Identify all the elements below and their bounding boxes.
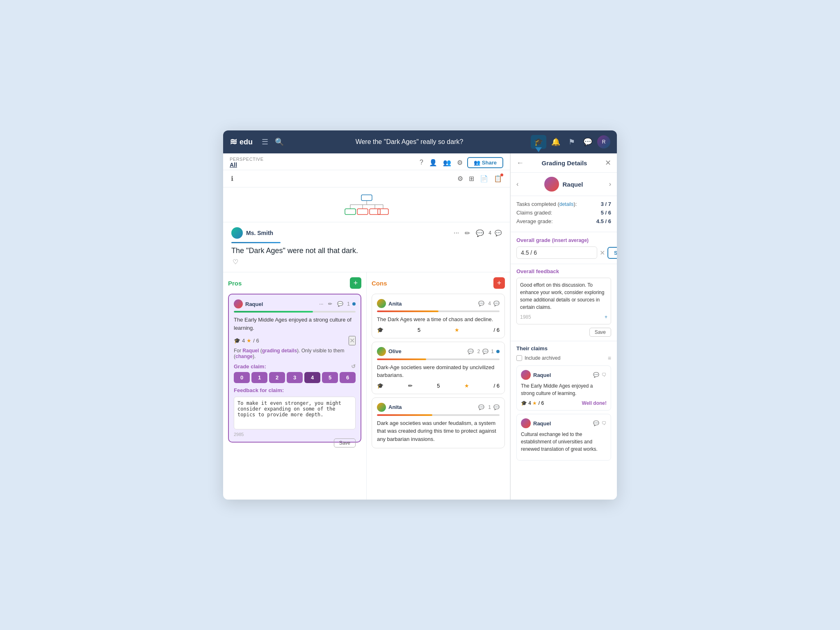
- add-con-button[interactable]: +: [493, 277, 505, 289]
- raquel-link[interactable]: Raquel: [242, 348, 259, 354]
- group-button[interactable]: 👥: [442, 158, 452, 168]
- search-button[interactable]: 🔍: [272, 135, 286, 149]
- archive-checkbox[interactable]: [516, 355, 522, 361]
- cons-header: Cons +: [372, 277, 505, 289]
- add-pro-button[interactable]: +: [350, 277, 361, 289]
- person-button[interactable]: 👤: [428, 158, 438, 168]
- feedback-save-btn[interactable]: Save: [334, 438, 356, 447]
- grade-0-btn[interactable]: 0: [234, 372, 250, 383]
- pencil-icon-olive: ✏: [408, 383, 413, 389]
- grade-claim-text: Grade claim:: [234, 363, 266, 370]
- anita-name-2: Anita: [388, 404, 402, 410]
- grade-close-btn[interactable]: ✕: [349, 336, 356, 345]
- grading-back-btn[interactable]: ←: [516, 159, 524, 167]
- info-button[interactable]: ℹ: [230, 173, 235, 184]
- anita-name-1: Anita: [388, 301, 402, 307]
- next-student-btn[interactable]: ›: [609, 180, 611, 188]
- ms-smith-avatar: [231, 227, 243, 239]
- grad-cap-button[interactable]: 🎓: [531, 135, 546, 149]
- olive-grade: 5: [437, 383, 440, 389]
- insert-average-link[interactable]: (insert average): [552, 237, 589, 243]
- claim-actions: ··· ✏ 💬 4 💬: [452, 228, 502, 238]
- heart-button[interactable]: ♡: [231, 257, 240, 267]
- grading-details-link[interactable]: grading details: [262, 348, 297, 354]
- con-card-author-olive: Olive: [377, 347, 402, 356]
- right-panel: ← Grading Details ✕ ‹ Raquel › Tasks com…: [510, 153, 617, 500]
- svg-rect-0: [361, 195, 372, 201]
- doc-button[interactable]: 📄: [479, 173, 489, 184]
- more-button[interactable]: ···: [452, 228, 460, 238]
- flag-button[interactable]: ⚑: [565, 135, 578, 149]
- share-button[interactable]: 👥 Share: [467, 157, 503, 168]
- filter-icon[interactable]: ≡: [608, 355, 611, 361]
- help-button[interactable]: ?: [418, 158, 425, 167]
- claims-graded-value: 5 / 6: [601, 210, 611, 216]
- change-link[interactable]: change: [235, 354, 253, 359]
- chat-icon-c2: 🗨: [602, 420, 607, 426]
- star-icon-con1: ★: [454, 327, 459, 333]
- feedback-panel-save-btn[interactable]: Save: [589, 328, 611, 337]
- claims-graded-row: Claims graded: 5 / 6: [516, 210, 611, 216]
- con-comment-count-1: 4: [488, 301, 491, 306]
- comment-icon: 💬: [495, 230, 502, 236]
- edit-button[interactable]: ✏: [463, 228, 471, 238]
- menu-button[interactable]: ☰: [259, 135, 271, 149]
- pro-card-raquel: Raquel ··· ✏ 💬 1: [228, 294, 361, 443]
- overall-grade-input[interactable]: [516, 247, 597, 259]
- con-card-meta-olive: 💬 2 💬 1: [466, 347, 500, 356]
- grade-1-btn[interactable]: 1: [251, 372, 267, 383]
- filter-button[interactable]: ⊞: [468, 173, 475, 184]
- claim-card-text-2: Cultural exchange led to the establishme…: [521, 431, 607, 453]
- pros-column: Pros + Raquel ··· ✏: [223, 272, 367, 500]
- claim-card-avatar-1: [521, 370, 531, 380]
- settings2-button[interactable]: ⚙: [456, 173, 464, 184]
- claim-section: Ms. Smith ··· ✏ 💬 4 💬 The "Dark Ages" we…: [223, 222, 510, 272]
- speech-con2-btn[interactable]: 💬: [477, 403, 486, 411]
- wave-icon: ≋: [230, 137, 237, 147]
- overall-grade-text: Overall grade: [516, 237, 550, 243]
- claim-card-meta-1: 💬 🗨: [593, 372, 607, 378]
- edit-card-btn[interactable]: ✏: [327, 300, 333, 308]
- claim-card-text-1: The Early Middle Ages enjoyed a strong c…: [521, 382, 607, 397]
- perspective-value[interactable]: All: [230, 162, 264, 168]
- feedback-for-claim-label: Feedback for claim:: [234, 387, 356, 393]
- grade-5-btn[interactable]: 5: [322, 372, 338, 383]
- svg-rect-10: [378, 209, 388, 215]
- cursor-indicator: [535, 147, 542, 152]
- details-link[interactable]: details: [559, 201, 574, 207]
- settings-button[interactable]: ⚙: [456, 158, 464, 168]
- grade-6-btn[interactable]: 6: [340, 372, 356, 383]
- archive-label: Include archived: [525, 355, 560, 361]
- more-card-btn[interactable]: ···: [318, 300, 324, 308]
- con-card-anita-2: Anita 💬 1 💬 Dark age societies was unde: [372, 397, 505, 449]
- svg-rect-8: [357, 209, 368, 215]
- claim-card-avatar-2: [521, 418, 531, 428]
- blue-dot-olive: [496, 350, 500, 353]
- bell-button[interactable]: 🔔: [548, 135, 564, 149]
- avatar[interactable]: R: [597, 135, 610, 148]
- feedback-plus-icon[interactable]: +: [605, 313, 607, 321]
- overall-feedback-section: Overall feedback Good effort on this dis…: [511, 264, 617, 341]
- grade-2-btn[interactable]: 2: [269, 372, 285, 383]
- chat-button[interactable]: 💬: [580, 135, 596, 149]
- grade-3-btn[interactable]: 3: [287, 372, 303, 383]
- grading-title: Grading Details: [542, 160, 587, 167]
- grade-clear-btn[interactable]: ✕: [600, 249, 605, 257]
- doc2-button[interactable]: 📋: [493, 173, 503, 184]
- grading-close-btn[interactable]: ✕: [605, 158, 611, 167]
- claim-card-2: Raquel 💬 🗨 Cultural exchange led to the …: [516, 414, 611, 461]
- speech-olive-btn[interactable]: 💬: [466, 347, 475, 356]
- speech-button[interactable]: 💬: [475, 228, 485, 238]
- prev-student-btn[interactable]: ‹: [516, 180, 518, 188]
- speech-card-btn[interactable]: 💬: [336, 300, 345, 308]
- star-olive: ★: [464, 383, 469, 389]
- speech-con1-btn[interactable]: 💬: [477, 299, 486, 308]
- olive-name: Olive: [388, 348, 402, 354]
- grade-buttons: 0 1 2 3 4 5 6: [234, 372, 356, 383]
- overall-grade-save-btn[interactable]: Save: [607, 247, 617, 259]
- olive-comment: 2: [477, 349, 480, 354]
- feedback-textarea[interactable]: To make it even stronger, you might cons…: [234, 397, 356, 429]
- grade-4-btn[interactable]: 4: [304, 372, 320, 383]
- overall-feedback-label: Overall feedback: [516, 268, 611, 274]
- star-c1: ★: [532, 400, 537, 406]
